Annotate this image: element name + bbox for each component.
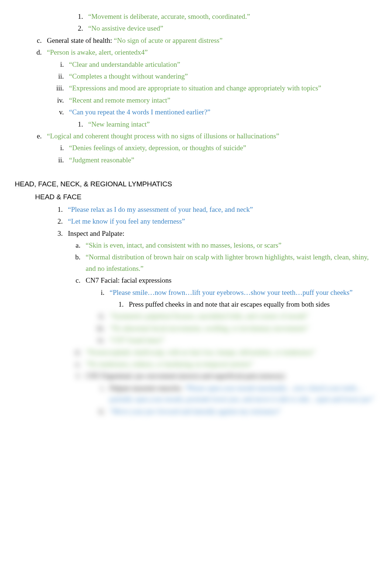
list-text: “Let me know if you feel any tenderness” <box>68 216 377 227</box>
list-marker: ii. <box>54 71 64 82</box>
list-marker: a. <box>74 240 80 251</box>
blurred-content: ii. “Symmetric palpebral fissures, nasol… <box>15 311 377 417</box>
list-item: 1. Press puffed cheeks in and note that … <box>15 299 377 310</box>
list-marker: i. <box>94 383 104 394</box>
list-item: c. CN7 Facial: facial expressions <box>15 275 377 286</box>
list-marker: iv. <box>54 95 64 106</box>
list-text: “CN7 found intact” <box>110 335 377 346</box>
list-marker: ii. <box>54 155 64 166</box>
list-text: “Normal distribution of brown hair on sc… <box>86 252 377 274</box>
list-marker: i. <box>54 59 64 70</box>
list-text: CN5 Trigeminal: jaw movement (motor) and… <box>86 370 377 382</box>
list-item: ii. “Judgment reasonable” <box>15 155 377 166</box>
list-item: i. “Please smile…now frown…lift your eye… <box>15 287 377 298</box>
list-text: “Judgment reasonable” <box>69 155 377 166</box>
list-marker: f. <box>74 370 80 382</box>
list-item: ii. “Symmetric palpebral fissures, nasol… <box>15 311 377 322</box>
list-item: d. “Person is awake, alert, orientedx4” <box>15 47 377 58</box>
list-marker: ii. <box>94 311 104 322</box>
list-item: i. Palpate masseter muscles. “Please ope… <box>15 383 377 405</box>
list-marker: 1. <box>114 299 124 310</box>
label: General state of health: <box>47 37 114 44</box>
list-text: “Clear and understandable articulation” <box>69 59 377 70</box>
list-marker: 2. <box>74 23 83 34</box>
section-heading: HEAD, FACE, NECK, & REGIONAL LYMPHATICS <box>15 179 377 190</box>
list-text: “Skin is even, intact, and consistent wi… <box>86 240 377 251</box>
list-text: “Recent and remote memory intact” <box>69 95 377 106</box>
list-marker: i. <box>54 142 64 154</box>
label: Palpate masseter muscles. <box>110 384 185 392</box>
list-item: a. “Skin is even, intact, and consistent… <box>15 240 377 251</box>
list-item: d. “Normocephalic skull/scalp, with no h… <box>15 347 377 358</box>
list-text: Palpate masseter muscles. “Please open y… <box>110 383 377 405</box>
list-item: iv. “CN7 found intact” <box>15 335 377 346</box>
list-marker: v. <box>54 107 64 118</box>
list-text: “Symmetric palpebral fissures, nasolabia… <box>110 311 377 322</box>
list-marker: b. <box>74 252 80 263</box>
list-item: 3. Inspect and Palpate: <box>15 228 377 239</box>
list-item: iii. “Expressions and mood are appropria… <box>15 83 377 94</box>
list-item: v. “Can you repeat the 4 words I mention… <box>15 107 377 118</box>
list-text: “Movement is deliberate, accurate, smoot… <box>88 11 377 22</box>
list-text: “Move your jaw forward and laterally aga… <box>110 406 377 417</box>
list-text: “Can you repeat the 4 words I mentioned … <box>69 107 377 118</box>
list-item: 1. “New learning intact” <box>15 119 377 130</box>
list-item: iii. “No abnormal facial movements, swel… <box>15 323 377 334</box>
list-item: i. “Denies feelings of anxiety, depressi… <box>15 142 377 154</box>
list-item: f. CN5 Trigeminal: jaw movement (motor) … <box>15 370 377 382</box>
list-text: “Normocephalic skull/scalp, with no hair… <box>86 347 377 358</box>
list-text: “Logical and coherent thought process wi… <box>47 131 377 142</box>
list-item: 2. “No assistive device used” <box>15 23 377 34</box>
list-item: iv. “Recent and remote memory intact” <box>15 95 377 106</box>
list-item: b. “Normal distribution of brown hair on… <box>15 252 377 274</box>
list-text: “No tenderness, redness, or hardening on… <box>86 359 377 370</box>
list-item: 1. “Please relax as I do my assessment o… <box>15 204 377 215</box>
list-text: General state of health: “No sign of acu… <box>47 35 377 46</box>
list-item: i. “Clear and understandable articulatio… <box>15 59 377 70</box>
list-text: “Person is awake, alert, orientedx4” <box>47 47 377 58</box>
list-marker: 1. <box>54 204 63 215</box>
list-marker: i. <box>94 287 104 298</box>
list-item: 1. “Movement is deliberate, accurate, sm… <box>15 11 377 22</box>
list-marker: ii. <box>94 406 104 417</box>
list-item: ii. “Move your jaw forward and laterally… <box>15 406 377 417</box>
list-marker: 3. <box>54 228 63 239</box>
list-marker: c. <box>35 35 42 46</box>
list-marker: d. <box>74 347 80 358</box>
list-text: CN7 Facial: facial expressions <box>86 275 377 286</box>
list-marker: 1. <box>74 119 83 130</box>
list-marker: 2. <box>54 216 63 227</box>
list-marker: e. <box>35 131 42 142</box>
sub-heading: HEAD & FACE <box>15 192 377 203</box>
list-marker: iv. <box>94 335 104 346</box>
list-text: “Denies feelings of anxiety, depression,… <box>69 142 377 154</box>
list-marker: c. <box>74 275 80 286</box>
list-item: ii. “Completes a thought without wanderi… <box>15 71 377 82</box>
list-marker: iii. <box>94 323 104 334</box>
list-marker: d. <box>35 47 42 58</box>
list-marker: e. <box>74 359 80 370</box>
list-text: Inspect and Palpate: <box>68 228 377 239</box>
list-marker: iii. <box>54 83 64 94</box>
list-text: “Completes a thought without wandering” <box>69 71 377 82</box>
list-text: “Please relax as I do my assessment of y… <box>68 204 377 215</box>
list-text: “Expressions and mood are appropriate to… <box>69 83 377 94</box>
list-item: e. “No tenderness, redness, or hardening… <box>15 359 377 370</box>
list-text: Press puffed cheeks in and note that air… <box>129 299 377 310</box>
list-text: “No assistive device used” <box>88 23 377 34</box>
list-item: e. “Logical and coherent thought process… <box>15 131 377 142</box>
list-item: 2. “Let me know if you feel any tenderne… <box>15 216 377 227</box>
value: “No sign of acute or apparent distress” <box>114 37 222 44</box>
list-item: c. General state of health: “No sign of … <box>15 35 377 46</box>
list-text: “No abnormal facial movements, swelling,… <box>110 323 377 334</box>
list-text: “New learning intact” <box>88 119 377 130</box>
list-text: “Please smile…now frown…lift your eyebro… <box>110 287 377 298</box>
list-marker: 1. <box>74 11 83 22</box>
